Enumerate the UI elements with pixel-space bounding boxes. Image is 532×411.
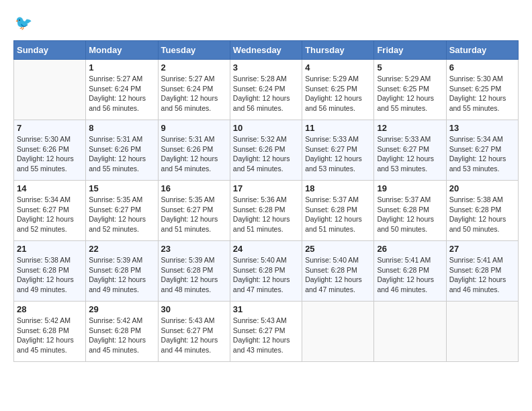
header-monday: Monday [86,41,158,60]
day-info: Sunrise: 5:39 AM Sunset: 6:28 PM Dayligh… [89,255,154,295]
day-number: 22 [89,244,154,254]
day-number: 10 [233,123,299,133]
day-info: Sunrise: 5:32 AM Sunset: 6:26 PM Dayligh… [233,134,299,174]
header-sunday: Sunday [14,41,86,60]
day-info: Sunrise: 5:37 AM Sunset: 6:28 PM Dayligh… [305,195,371,234]
calendar-cell: 19Sunrise: 5:37 AM Sunset: 6:28 PM Dayli… [374,181,446,241]
day-info: Sunrise: 5:27 AM Sunset: 6:24 PM Dayligh… [161,74,227,113]
day-number: 27 [449,244,515,254]
calendar-cell: 26Sunrise: 5:41 AM Sunset: 6:28 PM Dayli… [374,241,446,302]
day-number: 20 [449,183,515,193]
day-number: 19 [377,183,443,193]
calendar-cell: 2Sunrise: 5:27 AM Sunset: 6:24 PM Daylig… [158,60,230,120]
day-info: Sunrise: 5:37 AM Sunset: 6:28 PM Dayligh… [377,195,443,234]
day-number: 7 [17,123,83,133]
calendar-cell [14,60,86,120]
day-info: Sunrise: 5:40 AM Sunset: 6:28 PM Dayligh… [305,255,371,295]
day-number: 28 [17,304,83,314]
day-number: 4 [305,62,371,73]
day-info: Sunrise: 5:33 AM Sunset: 6:27 PM Dayligh… [377,134,443,174]
logo-icon: 🐦 [13,13,34,34]
day-info: Sunrise: 5:41 AM Sunset: 6:28 PM Dayligh… [449,255,515,295]
day-number: 30 [161,304,227,314]
day-number: 5 [377,62,443,73]
day-info: Sunrise: 5:34 AM Sunset: 6:27 PM Dayligh… [449,134,515,174]
calendar-cell: 6Sunrise: 5:30 AM Sunset: 6:25 PM Daylig… [446,60,518,120]
calendar-cell: 18Sunrise: 5:37 AM Sunset: 6:28 PM Dayli… [302,181,374,241]
header-tuesday: Tuesday [158,41,230,60]
calendar-cell: 5Sunrise: 5:29 AM Sunset: 6:25 PM Daylig… [374,60,446,120]
day-info: Sunrise: 5:29 AM Sunset: 6:25 PM Dayligh… [305,74,371,113]
calendar-cell [302,302,374,362]
day-number: 16 [161,183,227,193]
header-saturday: Saturday [446,41,518,60]
day-number: 26 [377,244,443,254]
day-number: 21 [17,244,83,254]
day-info: Sunrise: 5:35 AM Sunset: 6:27 PM Dayligh… [89,195,154,234]
day-number: 18 [305,183,371,193]
day-number: 11 [305,123,371,133]
calendar-cell [446,302,518,362]
calendar-cell: 13Sunrise: 5:34 AM Sunset: 6:27 PM Dayli… [446,120,518,181]
day-number: 15 [89,183,154,193]
day-info: Sunrise: 5:35 AM Sunset: 6:27 PM Dayligh… [161,195,227,234]
day-info: Sunrise: 5:40 AM Sunset: 6:28 PM Dayligh… [233,255,299,295]
day-number: 23 [161,244,227,254]
logo: 🐦 [13,13,36,34]
day-number: 12 [377,123,443,133]
day-info: Sunrise: 5:27 AM Sunset: 6:24 PM Dayligh… [89,74,154,113]
calendar-cell: 27Sunrise: 5:41 AM Sunset: 6:28 PM Dayli… [446,241,518,302]
day-number: 3 [233,62,299,73]
calendar-cell: 30Sunrise: 5:43 AM Sunset: 6:27 PM Dayli… [158,302,230,362]
day-number: 25 [305,244,371,254]
calendar-cell: 22Sunrise: 5:39 AM Sunset: 6:28 PM Dayli… [86,241,158,302]
calendar-cell: 9Sunrise: 5:31 AM Sunset: 6:26 PM Daylig… [158,120,230,181]
day-info: Sunrise: 5:41 AM Sunset: 6:28 PM Dayligh… [377,255,443,295]
calendar-cell: 3Sunrise: 5:28 AM Sunset: 6:24 PM Daylig… [230,60,302,120]
day-number: 14 [17,183,83,193]
day-info: Sunrise: 5:31 AM Sunset: 6:26 PM Dayligh… [161,134,227,174]
header-thursday: Thursday [302,41,374,60]
calendar-cell: 1Sunrise: 5:27 AM Sunset: 6:24 PM Daylig… [86,60,158,120]
day-number: 6 [449,62,515,73]
calendar-header-row: SundayMondayTuesdayWednesdayThursdayFrid… [14,41,519,60]
day-info: Sunrise: 5:30 AM Sunset: 6:26 PM Dayligh… [17,134,83,174]
calendar-cell: 8Sunrise: 5:31 AM Sunset: 6:26 PM Daylig… [86,120,158,181]
day-number: 29 [89,304,154,314]
calendar-cell: 4Sunrise: 5:29 AM Sunset: 6:25 PM Daylig… [302,60,374,120]
day-info: Sunrise: 5:28 AM Sunset: 6:24 PM Dayligh… [233,74,299,113]
day-info: Sunrise: 5:42 AM Sunset: 6:28 PM Dayligh… [89,316,154,355]
day-info: Sunrise: 5:30 AM Sunset: 6:25 PM Dayligh… [449,74,515,113]
calendar-cell: 28Sunrise: 5:42 AM Sunset: 6:28 PM Dayli… [14,302,86,362]
calendar-cell: 29Sunrise: 5:42 AM Sunset: 6:28 PM Dayli… [86,302,158,362]
calendar-cell: 11Sunrise: 5:33 AM Sunset: 6:27 PM Dayli… [302,120,374,181]
day-info: Sunrise: 5:42 AM Sunset: 6:28 PM Dayligh… [17,316,83,355]
day-info: Sunrise: 5:29 AM Sunset: 6:25 PM Dayligh… [377,74,443,113]
calendar-cell: 21Sunrise: 5:38 AM Sunset: 6:28 PM Dayli… [14,241,86,302]
calendar-week-2: 7Sunrise: 5:30 AM Sunset: 6:26 PM Daylig… [14,120,519,181]
calendar-cell: 17Sunrise: 5:36 AM Sunset: 6:28 PM Dayli… [230,181,302,241]
calendar-cell: 24Sunrise: 5:40 AM Sunset: 6:28 PM Dayli… [230,241,302,302]
calendar-cell: 31Sunrise: 5:43 AM Sunset: 6:27 PM Dayli… [230,302,302,362]
calendar-cell [374,302,446,362]
day-info: Sunrise: 5:43 AM Sunset: 6:27 PM Dayligh… [233,316,299,355]
calendar-table: SundayMondayTuesdayWednesdayThursdayFrid… [13,40,519,362]
day-number: 2 [161,62,227,73]
day-number: 24 [233,244,299,254]
calendar-week-5: 28Sunrise: 5:42 AM Sunset: 6:28 PM Dayli… [14,302,519,362]
header-wednesday: Wednesday [230,41,302,60]
day-info: Sunrise: 5:36 AM Sunset: 6:28 PM Dayligh… [233,195,299,234]
calendar-cell: 7Sunrise: 5:30 AM Sunset: 6:26 PM Daylig… [14,120,86,181]
calendar-week-3: 14Sunrise: 5:34 AM Sunset: 6:27 PM Dayli… [14,181,519,241]
calendar-cell: 23Sunrise: 5:39 AM Sunset: 6:28 PM Dayli… [158,241,230,302]
day-number: 13 [449,123,515,133]
day-info: Sunrise: 5:31 AM Sunset: 6:26 PM Dayligh… [89,134,154,174]
day-info: Sunrise: 5:43 AM Sunset: 6:27 PM Dayligh… [161,316,227,355]
day-info: Sunrise: 5:38 AM Sunset: 6:28 PM Dayligh… [17,255,83,295]
calendar-cell: 14Sunrise: 5:34 AM Sunset: 6:27 PM Dayli… [14,181,86,241]
day-number: 8 [89,123,154,133]
page-header: 🐦 [13,13,519,34]
day-info: Sunrise: 5:34 AM Sunset: 6:27 PM Dayligh… [17,195,83,234]
day-number: 31 [233,304,299,314]
calendar-week-1: 1Sunrise: 5:27 AM Sunset: 6:24 PM Daylig… [14,60,519,120]
